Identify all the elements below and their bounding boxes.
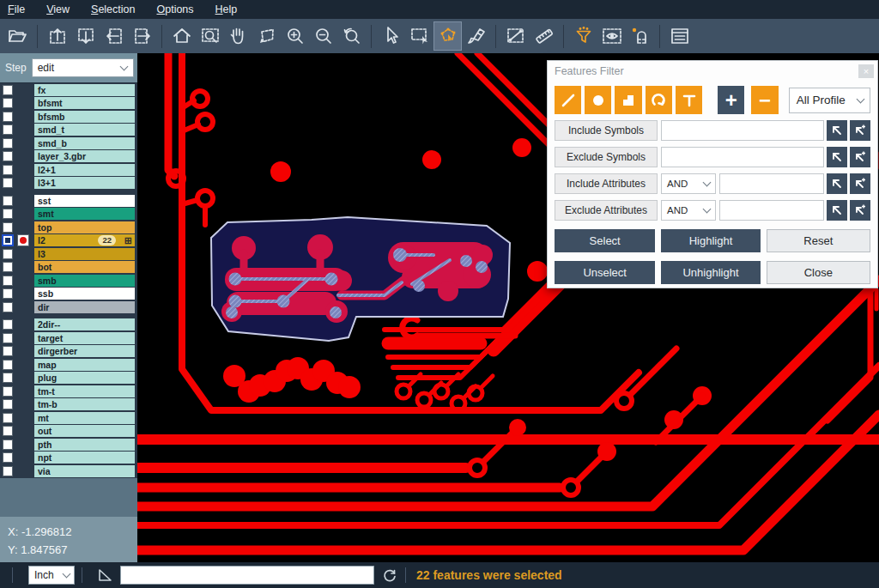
select-button[interactable]: Select (555, 229, 655, 252)
zoom-window-button[interactable] (196, 21, 224, 51)
layer-name[interactable]: layer_3.gbr (34, 150, 135, 162)
layer-name[interactable]: target (34, 332, 135, 344)
filter-add-button[interactable]: + (718, 86, 744, 114)
layer-visibility-checkbox[interactable] (3, 178, 13, 188)
exclude-attributes-operator-select[interactable]: AND (661, 200, 716, 221)
exclude-symbols-input[interactable] (661, 147, 824, 167)
unselect-button[interactable]: Unselect (555, 261, 655, 284)
layer-visibility-checkbox[interactable] (3, 288, 13, 299)
exclude-attributes-input[interactable] (719, 200, 824, 221)
layer-name[interactable]: tm-b (34, 398, 135, 410)
pick-add-symbol-button[interactable] (850, 147, 870, 167)
select-cursor-button[interactable] (377, 21, 405, 51)
dialog-close-button[interactable]: × (858, 64, 874, 78)
layer-visibility-checkbox[interactable] (3, 452, 13, 463)
pick-attribute-button[interactable] (827, 173, 847, 194)
layer-visibility-checkbox[interactable] (3, 302, 13, 312)
refresh-button[interactable] (381, 567, 398, 584)
layer-visibility-checkbox[interactable] (3, 85, 13, 95)
pick-add-attribute-button[interactable] (850, 173, 870, 194)
layer-name[interactable]: via (34, 465, 135, 477)
features-filter-button[interactable] (569, 21, 597, 51)
layer-visibility-checkbox[interactable] (3, 276, 13, 286)
filter-surface-button[interactable] (615, 86, 641, 114)
include-symbols-button[interactable]: Include Symbols (555, 120, 658, 141)
layer-name[interactable]: smt (34, 208, 135, 220)
exclude-symbols-button[interactable]: Exclude Symbols (555, 147, 658, 167)
filter-remove-button[interactable]: − (751, 86, 778, 114)
snap-button[interactable] (626, 21, 654, 51)
layer-name[interactable]: map (34, 359, 135, 371)
layer-name[interactable]: plug (34, 372, 135, 384)
menu-selection[interactable]: Selection (91, 3, 135, 15)
layer-name[interactable]: ssb (34, 288, 135, 300)
layer-name[interactable]: bfsmt (34, 97, 135, 109)
zoom-dynamic-button[interactable] (252, 21, 281, 51)
layer-visibility-checkbox[interactable] (3, 439, 13, 450)
layer-visibility-checkbox[interactable] (3, 262, 13, 272)
filter-line-button[interactable] (555, 86, 581, 114)
filter-text-button[interactable] (676, 86, 702, 114)
dialog-title[interactable]: Features Filter (548, 61, 877, 82)
layer-name[interactable]: mt (34, 412, 135, 424)
layer-visibility-checkbox[interactable] (3, 413, 13, 423)
zoom-previous-button[interactable] (337, 21, 366, 51)
menu-file[interactable]: File (8, 3, 25, 15)
measure-button[interactable] (501, 21, 530, 51)
zoom-in-button[interactable] (281, 21, 309, 51)
pan-left-button[interactable] (100, 21, 128, 51)
open-button[interactable] (3, 21, 32, 51)
layer-visibility-checkbox[interactable] (2, 234, 14, 246)
layers-panel-button[interactable] (665, 21, 694, 51)
layer-name[interactable]: out (34, 425, 135, 437)
menu-view[interactable]: View (46, 3, 70, 15)
layer-name[interactable]: npt (34, 452, 135, 464)
layer-name[interactable]: pth (34, 439, 135, 451)
layer-name[interactable]: sst (34, 195, 135, 207)
unhighlight-button[interactable]: Unhighlight (661, 261, 760, 284)
layer-visibility-checkbox[interactable] (3, 346, 13, 356)
layer-visibility-checkbox[interactable] (3, 138, 13, 149)
highlight-button[interactable]: Highlight (661, 229, 760, 252)
layer-visibility-checkbox[interactable] (3, 124, 13, 135)
layer-name[interactable]: dir (34, 301, 135, 313)
menu-help[interactable]: Help (215, 3, 238, 15)
layer-visibility-checkbox[interactable] (3, 151, 13, 161)
rectangle-select-button[interactable] (405, 21, 433, 51)
pan-down-button[interactable] (71, 21, 100, 51)
layer-visibility-checkbox[interactable] (3, 426, 13, 436)
angle-mode-button[interactable] (96, 567, 113, 584)
exclude-attributes-button[interactable]: Exclude Attributes (555, 200, 658, 221)
include-attributes-button[interactable]: Include Attributes (555, 173, 658, 194)
layer-name[interactable]: l2+1 (34, 164, 135, 176)
layer-name[interactable]: bfsmb (34, 111, 135, 123)
layer-visibility-checkbox[interactable] (3, 319, 13, 330)
layer-name[interactable]: l2 22 ⊞ (34, 234, 135, 246)
pick-symbol-button[interactable] (827, 147, 847, 167)
include-attributes-input[interactable] (719, 173, 824, 194)
pan-up-button[interactable] (43, 21, 71, 51)
include-symbols-input[interactable] (661, 120, 824, 141)
layer-name[interactable]: fx (34, 84, 135, 96)
pick-symbol-button[interactable] (827, 120, 847, 141)
layer-visibility-checkbox[interactable] (3, 165, 13, 175)
layer-visibility-checkbox[interactable] (3, 386, 13, 397)
menu-options[interactable]: Options (156, 3, 193, 15)
unit-select[interactable]: Inch (28, 566, 75, 585)
step-select[interactable]: edit (32, 58, 134, 77)
layer-name[interactable]: l3+1 (34, 177, 135, 189)
command-input[interactable] (120, 566, 374, 585)
layer-visibility-checkbox[interactable] (3, 360, 13, 370)
layer-visibility-checkbox[interactable] (3, 112, 13, 122)
pan-hand-button[interactable] (224, 21, 252, 51)
layer-visibility-checkbox[interactable] (3, 98, 13, 108)
layer-name[interactable]: top (34, 221, 135, 233)
layer-name[interactable]: smd_b (34, 137, 135, 149)
layer-name[interactable]: tm-t (34, 385, 135, 397)
layer-visibility-checkbox[interactable] (3, 209, 13, 219)
layer-name[interactable]: dirgerber (34, 345, 135, 357)
pick-add-attribute-button[interactable] (850, 200, 870, 221)
layer-visibility-checkbox[interactable] (3, 466, 13, 476)
view-options-button[interactable] (597, 21, 626, 51)
active-layer-indicator[interactable] (17, 234, 29, 246)
